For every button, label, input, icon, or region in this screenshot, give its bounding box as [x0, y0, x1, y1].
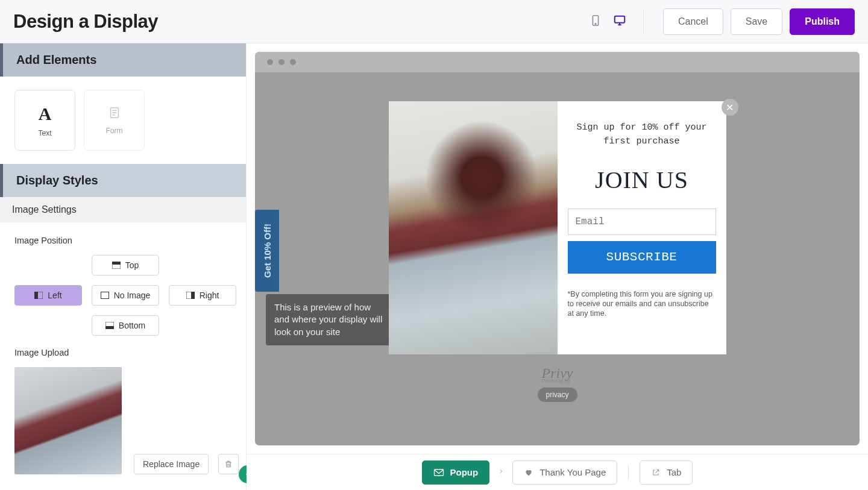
- section-add-elements[interactable]: Add Elements: [0, 43, 246, 77]
- traffic-light-dot: [278, 59, 285, 65]
- mail-icon: [433, 468, 444, 477]
- view-popup-button[interactable]: Popup: [422, 460, 490, 485]
- privacy-pill[interactable]: privacy: [537, 388, 577, 402]
- image-upload-label: Image Upload: [14, 348, 231, 357]
- position-top-label: Top: [125, 260, 139, 270]
- bottom-bar-divider: [628, 465, 629, 480]
- header-divider: [643, 10, 644, 34]
- subscribe-button[interactable]: SUBSCRIBE: [568, 241, 716, 274]
- image-position-block: Image Position Top Left No Image Right B…: [0, 222, 246, 342]
- mobile-icon[interactable]: [589, 14, 602, 30]
- image-position-grid: Top Left No Image Right Bottom: [14, 255, 231, 336]
- cancel-button[interactable]: Cancel: [663, 8, 723, 35]
- image-thumbnail[interactable]: [14, 367, 122, 474]
- position-left-label: Left: [48, 291, 61, 300]
- external-link-icon: [651, 468, 661, 477]
- view-popup-label: Popup: [450, 467, 479, 477]
- form-icon: [108, 106, 121, 122]
- position-right-label: Right: [200, 291, 219, 300]
- popup-disclaimer: *By completing this form you are signing…: [568, 289, 716, 319]
- close-icon[interactable]: ✕: [722, 99, 738, 116]
- text-icon: A: [39, 104, 52, 124]
- app-header: Design a Display Cancel Save Publish: [0, 0, 868, 43]
- page-title: Design a Display: [13, 11, 158, 33]
- position-bottom-label: Bottom: [119, 321, 145, 330]
- view-tab-button[interactable]: Tab: [640, 460, 693, 485]
- position-noimage-label: No Image: [114, 291, 151, 300]
- section-display-styles[interactable]: Display Styles: [0, 164, 246, 197]
- position-top-button[interactable]: Top: [92, 255, 159, 275]
- powered-by-badge: Privy Powered by privacy: [537, 365, 577, 402]
- traffic-light-dot: [290, 59, 296, 65]
- popup-image: [389, 101, 558, 354]
- view-thankyou-button[interactable]: Thank You Page: [512, 460, 617, 485]
- svg-rect-6: [34, 292, 38, 299]
- delete-image-button[interactable]: [218, 454, 239, 474]
- traffic-light-dot: [267, 59, 273, 65]
- floating-tab[interactable]: Get 10% Off!: [255, 210, 279, 292]
- brand-logo[interactable]: Privy Powered by: [542, 365, 573, 382]
- device-toggle-group: [589, 14, 626, 30]
- browser-mock: Get 10% Off! This is a preview of how an…: [255, 52, 860, 445]
- replace-image-button[interactable]: Replace Image: [134, 454, 209, 474]
- powered-by-text: Powered by: [542, 378, 571, 384]
- svg-rect-4: [112, 262, 121, 265]
- popup-body: ✕ Sign up for 10% off your first purchas…: [558, 101, 726, 354]
- svg-rect-8: [101, 292, 108, 299]
- popup-intro-text: Sign up for 10% off your first purchase: [567, 121, 717, 149]
- bottom-bar: Popup Thank You Page Tab: [247, 454, 868, 490]
- sidebar: Add Elements A Text Form Display Styles …: [0, 43, 247, 490]
- canvas-area: Get 10% Off! This is a preview of how an…: [247, 43, 868, 454]
- save-button[interactable]: Save: [731, 8, 782, 35]
- svg-rect-11: [105, 326, 114, 329]
- element-label-form: Form: [106, 127, 123, 135]
- svg-rect-13: [434, 469, 443, 476]
- position-noimage-button[interactable]: No Image: [92, 285, 159, 306]
- trash-icon: [224, 460, 233, 468]
- popup-preview: ✕ Sign up for 10% off your first purchas…: [389, 101, 726, 354]
- view-tab-label: Tab: [667, 467, 681, 477]
- view-thankyou-label: Thank You Page: [539, 467, 606, 477]
- svg-point-1: [595, 23, 596, 24]
- desktop-icon[interactable]: [613, 14, 626, 30]
- email-field[interactable]: [568, 209, 716, 235]
- heart-icon: [524, 468, 533, 477]
- preview-note: This is a preview of how and where your …: [266, 294, 395, 345]
- publish-button[interactable]: Publish: [790, 8, 855, 35]
- position-right-button[interactable]: Right: [169, 285, 236, 306]
- elements-row: A Text Form: [0, 77, 246, 164]
- browser-bar: [255, 52, 860, 72]
- position-bottom-button[interactable]: Bottom: [92, 315, 159, 336]
- image-position-label: Image Position: [14, 236, 231, 245]
- element-label-text: Text: [38, 129, 51, 137]
- chevron-right-icon: [498, 467, 504, 478]
- position-left-button[interactable]: Left: [14, 285, 82, 306]
- svg-rect-9: [191, 292, 195, 299]
- popup-hero-text: JOIN US: [595, 166, 688, 194]
- element-tile-form[interactable]: Form: [84, 90, 145, 151]
- element-tile-text[interactable]: A Text: [14, 90, 75, 151]
- svg-rect-2: [615, 16, 625, 22]
- subsection-image-settings[interactable]: Image Settings: [0, 197, 246, 222]
